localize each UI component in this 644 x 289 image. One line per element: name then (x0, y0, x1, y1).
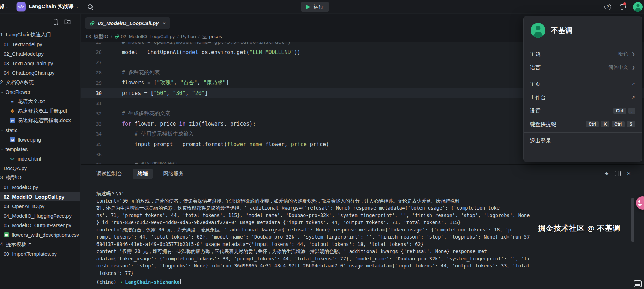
tree-item[interactable]: 04_ChatLongChain.py (0, 68, 80, 78)
terminal-scrollbar-thumb[interactable] (631, 198, 634, 242)
tree-item[interactable]: ▦flowers_with_descriptions.csv (0, 230, 80, 240)
panel-tab[interactable]: 网络服务 (163, 169, 184, 179)
keycap: Ctrl (612, 121, 625, 127)
tree-item[interactable]: 01_TextModel.py (0, 40, 80, 49)
python-file-icon (90, 21, 95, 26)
code-text: # 多种花的列表 (111, 69, 160, 76)
tree-item[interactable]: ⌄templates (0, 144, 80, 154)
tree-item[interactable]: 03_OpenAI_IO.py (0, 201, 80, 211)
tree-item-label: index.html (18, 156, 41, 162)
tree-item[interactable]: 01_ModelIO.py (0, 182, 80, 192)
tree-item[interactable]: ≡花语大全.txt (0, 97, 80, 106)
tree-item[interactable]: ⌄OneFlower (0, 87, 80, 97)
split-panel-icon[interactable] (615, 171, 621, 176)
tree-item-label: 02_ModelIO_LoopCall.py (4, 194, 64, 200)
keycap: K (601, 121, 610, 127)
tree-item[interactable]: W易速鲜花运营指南.docx (0, 116, 80, 125)
tree-item-label: OneFlower (5, 89, 30, 95)
panel-tab[interactable]: 调试控制台 (96, 169, 122, 179)
tree-item[interactable]: ◪flower.png (0, 135, 80, 144)
tree-item[interactable]: ✻易速鲜花员工手册.pdf (0, 106, 80, 116)
tree-item[interactable]: 05_ModelIO_OutputParser.py (0, 221, 80, 230)
menu-item-value: 简体中文 (608, 64, 628, 71)
img-file-icon: ◪ (10, 137, 15, 143)
terminal-line: nish_reason': 'stop', 'logprobs': None} … (96, 262, 631, 270)
chevron-right-icon: ❯ (632, 65, 635, 70)
tree-item[interactable]: ⌄4_提示模板上 (0, 240, 76, 249)
project-title[interactable]: LangChain 实战课 (29, 3, 74, 10)
line-number: 34 (81, 131, 111, 137)
terminal-dropdown-chevron-icon[interactable]: ⌄ (606, 172, 609, 176)
new-folder-icon[interactable] (64, 19, 71, 25)
breadcrumb-item[interactable]: 02_ModelIO_LoopCall.py (115, 34, 175, 39)
project-chevron-down-icon[interactable]: ⌄ (76, 4, 79, 9)
menu-item[interactable]: 工作台↗ (524, 91, 642, 104)
tree-item[interactable]: 02_ModelIO_LoopCall.py (0, 192, 80, 201)
breadcrumb-item[interactable]: @prices (202, 34, 222, 39)
breadcrumb-label: 02_ModelIO_LoopCall.py (121, 34, 175, 39)
line-number: 31 (81, 101, 111, 106)
html-file-icon: <> (10, 156, 15, 162)
breadcrumb-separator: / (198, 34, 200, 39)
tab-close-icon[interactable]: × (162, 20, 166, 26)
top-bar: M ⌄ </> LangChain 实战课 ⌄ 运行 ? (0, 0, 644, 13)
menu-item[interactable]: 键盘快捷键CtrlKCtrlS (524, 118, 642, 131)
tree-item-label: 03_OpenAI_IO.py (4, 204, 44, 209)
tree-item[interactable]: 04_ModelIO_HuggingFace.py (0, 211, 80, 221)
tree-item-label: 03_TextLangChain.py (4, 61, 53, 66)
menu-item[interactable]: 主页↗ (524, 77, 642, 91)
notifications-bell-icon[interactable] (619, 4, 625, 10)
txt-file-icon: ≡ (10, 99, 15, 104)
menu-item[interactable]: 退出登录 (524, 134, 642, 147)
external-link-icon: ↗ (631, 81, 635, 87)
terminal-line: rompt_tokens': 44, 'total_tokens': 62}, … (96, 233, 631, 241)
logo-chevron-down-icon[interactable]: ⌄ (5, 4, 8, 9)
menu-item[interactable]: 设置Ctrl, (524, 104, 642, 118)
new-file-icon[interactable] (53, 19, 59, 25)
breadcrumb-label: prices (209, 34, 222, 39)
editor-tab[interactable]: 02_ModelIO_LoopCall.py × (85, 17, 170, 29)
tree-item[interactable]: ⌄1_LangChain快速入门 (0, 30, 76, 40)
tree-item-label: 00_ImportTemplates.py (4, 251, 57, 257)
breadcrumb-item[interactable]: Python (181, 34, 196, 39)
menu-item[interactable]: 主题暗色❯ (524, 47, 642, 61)
file-explorer-sidebar: ⌄1_LangChain快速入门01_TextModel.py02_ChatMo… (0, 14, 80, 289)
user-avatar[interactable] (633, 2, 643, 12)
menu-item-label: 语言 (530, 64, 608, 71)
tree-item[interactable]: 02_ChatModel.py (0, 49, 80, 59)
line-number: 30 (81, 90, 111, 96)
tree-item[interactable]: ⌄static (0, 125, 80, 135)
tree-item-label: static (5, 127, 17, 133)
python-file-icon (115, 34, 119, 39)
folder-chevron-icon: ⌄ (1, 147, 4, 151)
code-text: # 生成多种花的文案 (111, 110, 171, 117)
tree-item-label: flower.png (18, 137, 41, 143)
breadcrumb-item[interactable]: 03_模型IO (86, 34, 108, 40)
tab-title: 02_ModelIO_LoopCall.py (98, 20, 159, 26)
code-text: # model = OpenAI(model_name="gpt-3.5-tur… (111, 42, 291, 45)
terminal-prompt[interactable]: (china) ➜ LangChain-shizhanke (96, 278, 631, 286)
search-icon[interactable] (88, 4, 93, 9)
tree-item-label: 04_ChatLongChain.py (4, 70, 54, 76)
tree-item[interactable]: <>index.html (0, 154, 80, 163)
tree-item[interactable]: 00_ImportTemplates.py (0, 249, 80, 259)
tree-item[interactable]: DocQA.py (0, 163, 80, 173)
tree-item-label: 3_模型IO (0, 174, 21, 181)
toggle-panel-icon[interactable] (634, 280, 642, 287)
terminal-line: 刻，还是为生活增添一抹亮丽的色彩，这束玫瑰都将是您的最佳选择。' additio… (96, 204, 631, 212)
keycap: S (627, 121, 635, 127)
run-button[interactable]: 运行 (301, 2, 329, 12)
tree-item[interactable]: ⌄3_模型IO (0, 173, 76, 182)
tree-item[interactable]: ⌄2_文档QA系统 (0, 78, 76, 87)
tree-item[interactable]: 03_TextLangChain.py (0, 59, 80, 68)
terminal-line: adata={'token_usage': {'completion_token… (96, 255, 631, 263)
help-icon[interactable]: ? (604, 4, 611, 10)
tree-item-label: 1_LangChain快速入门 (0, 31, 51, 38)
tree-item-label: 01_TextModel.py (4, 42, 42, 47)
close-panel-icon[interactable]: × (627, 170, 631, 177)
panel-tab[interactable]: 终端 (133, 169, 153, 179)
chevron-right-icon: ❯ (632, 52, 635, 56)
line-number: 36 (81, 152, 111, 157)
menu-item[interactable]: 语言简体中文❯ (524, 61, 642, 74)
terminal-output[interactable]: 描述吗？\n'content='50 元的玫瑰，是爱的使者，传递着深情与浪漫。它… (96, 182, 631, 289)
